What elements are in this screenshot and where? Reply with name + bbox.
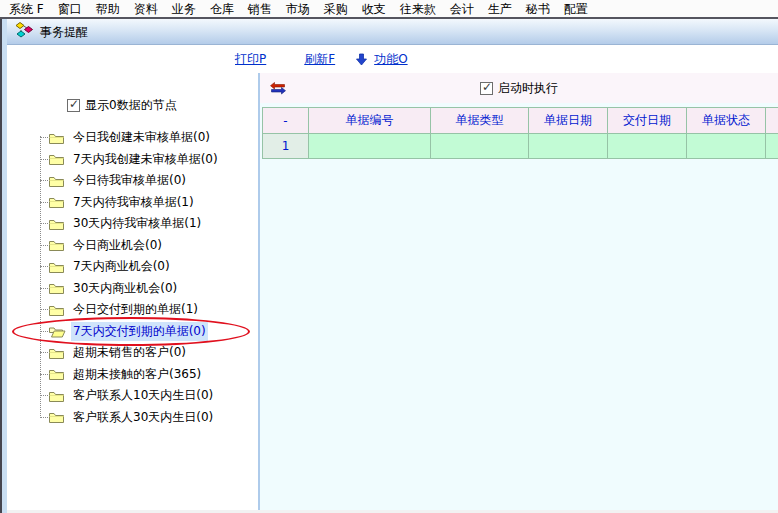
table-cell[interactable] — [766, 134, 778, 159]
menu-item[interactable]: 往来款 — [393, 0, 443, 18]
folder-icon — [48, 388, 66, 403]
folder-icon — [48, 367, 66, 382]
tree-item[interactable]: 客户联系人30天内生日(0) — [7, 407, 258, 429]
tree-connector — [40, 137, 48, 138]
menu-item[interactable]: 收支 — [355, 0, 393, 18]
column-header[interactable]: 单据编号 — [309, 108, 431, 134]
menu-item[interactable]: 市场 — [279, 0, 317, 18]
tree-item-label: 客户联系人30天内生日(0) — [71, 408, 215, 427]
swap-arrows-icon[interactable] — [270, 82, 286, 95]
column-header[interactable]: 单据状态 — [687, 108, 766, 134]
menu-item[interactable]: 帮助 — [89, 0, 127, 18]
folder-icon — [48, 216, 66, 231]
tree-item-label: 7天内交付到期的单据(0) — [71, 322, 208, 341]
folder-icon — [48, 345, 66, 360]
refresh-link[interactable]: 刷新F — [304, 51, 335, 68]
column-header[interactable]: 单据类型 — [431, 108, 529, 134]
tree-item[interactable]: 客户联系人10天内生日(0) — [7, 385, 258, 407]
menu-bar: 系统 F窗口帮助资料业务仓库销售市场采购收支往来款会计生产秘书配置 — [0, 0, 778, 17]
table-cell[interactable] — [608, 134, 687, 159]
detail-panel: 启动时执行 -单据编号单据类型单据日期交付日期单据状态 1 — [260, 73, 778, 510]
menu-item[interactable]: 销售 — [241, 0, 279, 18]
down-arrow-icon[interactable] — [355, 53, 368, 66]
menu-item[interactable]: 系统 F — [2, 0, 51, 18]
content-area: 显示0数据的节点 今日我创建未审核单据(0)7天内我创建未审核单据(0)今日待我… — [7, 73, 778, 513]
tree-item[interactable]: 30天内商业机会(0) — [7, 278, 258, 300]
tree-item-label: 7天内待我审核单据(1) — [71, 193, 196, 212]
folder-icon — [48, 259, 66, 274]
menu-item[interactable]: 秘书 — [519, 0, 557, 18]
tree-connector — [40, 417, 48, 418]
menu-item[interactable]: 生产 — [481, 0, 519, 18]
folder-icon — [48, 130, 66, 145]
tree-connector — [40, 159, 48, 160]
tree-item-label: 7天内我创建未审核单据(0) — [71, 150, 220, 169]
tree-item[interactable]: 今日商业机会(0) — [7, 235, 258, 257]
tree-connector — [40, 374, 48, 375]
column-header[interactable]: 单据日期 — [529, 108, 608, 134]
tree-item[interactable]: 今日待我审核单据(0) — [7, 170, 258, 192]
tree-item-label: 客户联系人10天内生日(0) — [71, 386, 215, 405]
table-cell[interactable] — [529, 134, 608, 159]
column-header[interactable] — [766, 108, 778, 134]
tree-panel: 显示0数据的节点 今日我创建未审核单据(0)7天内我创建未审核单据(0)今日待我… — [7, 73, 258, 510]
menu-item[interactable]: 资料 — [127, 0, 165, 18]
toolbar: 打印P 刷新F 功能O — [7, 45, 778, 73]
menu-item[interactable]: 配置 — [557, 0, 595, 18]
show-zero-label: 显示0数据的节点 — [85, 97, 177, 114]
tree-connector — [40, 245, 48, 246]
checkbox-icon[interactable] — [67, 99, 80, 112]
menu-item[interactable]: 会计 — [443, 0, 481, 18]
folder-icon — [48, 152, 66, 167]
tree-item-label: 7天内商业机会(0) — [71, 257, 172, 276]
table-cell[interactable] — [687, 134, 766, 159]
menu-item[interactable]: 仓库 — [203, 0, 241, 18]
reminder-tree: 今日我创建未审核单据(0)7天内我创建未审核单据(0)今日待我审核单据(0)7天… — [7, 127, 258, 428]
menu-item[interactable]: 采购 — [317, 0, 355, 18]
folder-icon — [48, 410, 66, 425]
tree-connector — [40, 202, 48, 203]
tree-item-label: 今日待我审核单据(0) — [71, 171, 188, 190]
table-header-row: -单据编号单据类型单据日期交付日期单据状态 — [263, 108, 778, 134]
tree-item[interactable]: 7天内交付到期的单据(0) — [7, 321, 258, 343]
show-zero-checkbox[interactable]: 显示0数据的节点 — [67, 97, 258, 114]
menu-item[interactable]: 业务 — [165, 0, 203, 18]
tree-item[interactable]: 超期未接触的客户(365) — [7, 364, 258, 386]
tree-item[interactable]: 7天内商业机会(0) — [7, 256, 258, 278]
table-body: 1 — [263, 134, 778, 159]
folder-icon — [48, 302, 66, 317]
detail-toolbar: 启动时执行 — [260, 73, 778, 103]
tree-item[interactable]: 7天内我创建未审核单据(0) — [7, 149, 258, 171]
tree-item[interactable]: 30天内待我审核单据(1) — [7, 213, 258, 235]
documents-table: -单据编号单据类型单据日期交付日期单据状态 1 — [262, 107, 778, 159]
folder-icon — [48, 238, 66, 253]
tree-item[interactable]: 7天内待我审核单据(1) — [7, 192, 258, 214]
folder-icon — [48, 281, 66, 296]
workflow-diamonds-icon — [15, 22, 33, 41]
app-frame-inner: 事务提醒 打印P 刷新F 功能O 显示0数据的节点 — [2, 19, 778, 513]
tree-connector — [40, 266, 48, 267]
app-frame: 事务提醒 打印P 刷新F 功能O 显示0数据的节点 — [0, 19, 778, 513]
tree-item-label: 超期未接触的客户(365) — [71, 365, 203, 384]
tree-item[interactable]: 今日我创建未审核单据(0) — [7, 127, 258, 149]
tree-item[interactable]: 今日交付到期的单据(1) — [7, 299, 258, 321]
folder-icon — [48, 195, 66, 210]
table-row: 1 — [263, 134, 778, 159]
tree-item-label: 今日我创建未审核单据(0) — [71, 128, 212, 147]
startup-checkbox[interactable]: 启动时执行 — [480, 80, 558, 97]
row-selector-header[interactable]: - — [263, 108, 309, 134]
checkbox-icon[interactable] — [480, 82, 493, 95]
tree-connector — [40, 352, 48, 353]
tree-item-label: 今日商业机会(0) — [71, 236, 164, 255]
tree-item[interactable]: 超期未销售的客户(0) — [7, 342, 258, 364]
column-header[interactable]: 交付日期 — [608, 108, 687, 134]
tree-item-label: 30天内商业机会(0) — [71, 279, 179, 298]
menu-item[interactable]: 窗口 — [51, 0, 89, 18]
print-link[interactable]: 打印P — [235, 51, 266, 68]
tree-item-label: 今日交付到期的单据(1) — [71, 300, 200, 319]
table-cell[interactable] — [309, 134, 431, 159]
table-cell[interactable] — [431, 134, 529, 159]
tree-connector — [40, 180, 48, 181]
functions-link[interactable]: 功能O — [374, 51, 407, 68]
row-number-cell[interactable]: 1 — [263, 134, 309, 159]
